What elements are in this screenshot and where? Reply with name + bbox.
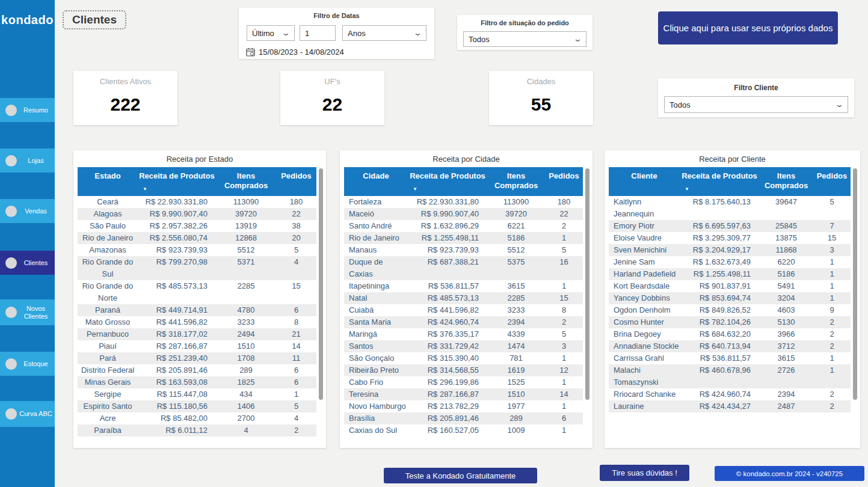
table-scrollbar[interactable]	[585, 168, 589, 400]
table-row[interactable]: NatalR$ 485.573,13228515	[344, 292, 583, 304]
column-header[interactable]: Receita de Produtos▼	[680, 167, 759, 196]
table-row[interactable]: São PauloR$ 2.957.382,261391938	[78, 220, 316, 232]
table-row[interactable]: Carrissa GrahlR$ 536.811,5736151	[609, 352, 851, 364]
table-row[interactable]: Emory PiotrR$ 6.695.597,63258457	[609, 220, 851, 232]
table-row[interactable]: Kaitlynn JeannequinR$ 8.175.640,13396475	[609, 196, 851, 220]
receita-por-cliente-table: ClienteReceita de Produtos▼Itens Comprad…	[609, 167, 851, 412]
copyright-version-button[interactable]: © kondado.com.br 2024 - v240725	[715, 466, 864, 481]
table-row[interactable]: Jenine SamR$ 1.632.673,4962201	[609, 256, 851, 268]
kpi-label: UF's	[280, 77, 384, 86]
column-header[interactable]: Itens Comprados	[759, 167, 813, 196]
table-row[interactable]: PernanbucoR$ 318.177,02249421	[78, 328, 316, 340]
table-row[interactable]: Rio Grande do SulR$ 799.270,9853714	[78, 256, 316, 280]
chevron-down-icon: ⌄	[282, 30, 291, 36]
table-row[interactable]: Malachi TomaszynskiR$ 460.678,9627261	[609, 364, 851, 388]
table-row[interactable]: AmazonasR$ 923.739,9355125	[78, 244, 316, 256]
column-header[interactable]: Cidade	[344, 167, 408, 196]
table-row[interactable]: Ribeirão PretoR$ 314.568,55161912	[344, 364, 583, 376]
column-header[interactable]: Pedidos	[276, 167, 316, 196]
table-row[interactable]: TeresinaR$ 287.166,87151014	[344, 388, 583, 400]
column-header[interactable]: Itens Comprados	[216, 167, 276, 196]
nav-circle-icon	[5, 307, 17, 318]
table-row[interactable]: Rio de JaneiroR$ 1.255.498,1151861	[344, 232, 583, 244]
table-row[interactable]: Rio Grande do NorteR$ 485.573,13228515	[78, 280, 316, 304]
period-unit-select[interactable]: Anos⌄	[342, 25, 426, 41]
table-row[interactable]: AlagoasR$ 9.990.907,403972022	[78, 208, 316, 220]
table-row[interactable]: Distrito FederalR$ 205.891,462896	[78, 364, 316, 376]
chevron-down-icon: ⌄	[835, 102, 844, 108]
table-row[interactable]: FortalezaR$ 22.930.331,80113090180	[344, 196, 583, 208]
table-row[interactable]: PiauíR$ 287.166,87151014	[78, 340, 316, 352]
table-row[interactable]: Brina DegoeyR$ 684.632,2039662	[609, 328, 851, 340]
sidebar-item-lojas[interactable]: Lojas	[0, 149, 55, 173]
table-row[interactable]: São GonçaloR$ 315.390,407811	[344, 352, 583, 364]
table-row[interactable]: Rio de JaneiroR$ 2.556.080,741286820	[78, 232, 316, 244]
order-status-title: Filtro de situação do pedido	[457, 19, 593, 26]
column-header[interactable]: Pedidos	[813, 167, 851, 196]
free-trial-button[interactable]: Teste a Kondado Gratuitamente	[384, 468, 537, 483]
sidebar-item-curva-abc[interactable]: Curva ABC	[0, 401, 55, 427]
questions-button[interactable]: Tire suas dúvidas !	[600, 465, 689, 481]
kpi-value: 55	[489, 94, 593, 115]
table-row[interactable]: ParanáR$ 449.714,9147806	[78, 304, 316, 316]
period-amount-input[interactable]	[300, 25, 336, 41]
table-row[interactable]: CearáR$ 22.930.331,80113090180	[78, 196, 316, 208]
table-row[interactable]: ParáR$ 251.239,40170811	[78, 352, 316, 364]
table-row[interactable]: SantosR$ 331.729,4214743	[344, 340, 583, 352]
sidebar-item-vendas[interactable]: Vendas	[0, 199, 55, 223]
table-row[interactable]: Annadiane StockleR$ 640.713,9437122	[609, 340, 851, 352]
table-row[interactable]: Santa MariaR$ 424.960,7423942	[344, 316, 583, 328]
table-row[interactable]: Eloise VaudreR$ 3.295.309,771387515	[609, 232, 851, 244]
nav-circle-icon	[5, 358, 17, 370]
table-row[interactable]: BrasíliaR$ 205.891,462896	[344, 412, 583, 424]
table-row[interactable]: Ogdon DenholmR$ 849.826,5246039	[609, 304, 851, 316]
table-row[interactable]: Yancey DobbinsR$ 853.694,7432041	[609, 292, 851, 304]
table-row[interactable]: Sven MenichiniR$ 3.204.929,17118683	[609, 244, 851, 256]
table-row[interactable]: Duque de CaxiasR$ 687.388,21537516	[344, 256, 583, 280]
client-filter-select[interactable]: Todos⌄	[664, 96, 848, 113]
table-row[interactable]: Cosmo HunterR$ 782.104,2651302	[609, 316, 851, 328]
sidebar-item-resumo[interactable]: Resumo	[0, 98, 55, 122]
table-scrollbar[interactable]	[319, 168, 323, 400]
table-row[interactable]: Caxias do SulR$ 160.527,0510091	[344, 424, 583, 436]
table-row[interactable]: LauraineR$ 424.434,2724872	[609, 400, 851, 412]
order-status-filter-card: Filtro de situação do pedido Todos⌄	[457, 15, 593, 50]
date-range: 15/08/2023 - 14/08/2024	[246, 47, 344, 57]
table-row[interactable]: CuiabáR$ 441.596,8232338	[344, 304, 583, 316]
table-scrollbar[interactable]	[853, 168, 857, 400]
column-header[interactable]: Pedidos	[545, 167, 583, 196]
table-row[interactable]: Santo AndréR$ 1.632.896,2962212	[344, 220, 583, 232]
table-row[interactable]: Kort BeardsdaleR$ 901.837,9154911	[609, 280, 851, 292]
nav-circle-icon	[5, 408, 17, 420]
table-row[interactable]: Mato GrossoR$ 441.596,8232338	[78, 316, 316, 328]
period-select[interactable]: Último⌄	[247, 25, 295, 41]
table-row[interactable]: Minas GeraisR$ 163.593,0818256	[78, 376, 316, 388]
table-row[interactable]: AcreR$ 85.482,0027004	[78, 412, 316, 424]
order-status-select[interactable]: Todos⌄	[463, 31, 586, 47]
use-own-data-button[interactable]: Clique aqui para usar seus próprios dado…	[658, 11, 838, 44]
kpi-label: Cidades	[489, 77, 593, 86]
column-header[interactable]: Itens Comprados	[487, 167, 545, 196]
column-header[interactable]: Receita de Produtos▼	[408, 167, 487, 196]
table-row[interactable]: ParaíbaR$ 6.011,1242	[78, 424, 316, 436]
table-row[interactable]: Harland PadefieldR$ 1.255.498,1151861	[609, 268, 851, 280]
table-row[interactable]: MaceióR$ 9.990.907,403972022	[344, 208, 583, 220]
page-title: Clientes	[63, 10, 126, 29]
table-row[interactable]: MaringáR$ 376.335,1743395	[344, 328, 583, 340]
sidebar-item-clientes[interactable]: Clientes	[0, 251, 55, 275]
nav-circle-icon	[5, 105, 17, 116]
table-row[interactable]: SergipeR$ 115.447,084341	[78, 388, 316, 400]
column-header[interactable]: Receita de Produtos▼	[138, 167, 216, 196]
table-row[interactable]: Rriocard SchankeR$ 424.960,7423942	[609, 388, 851, 400]
sidebar-item-estoque[interactable]: Estoque	[0, 352, 55, 376]
table-row[interactable]: Novo HamburgoR$ 213.782,2919771	[344, 400, 583, 412]
kpi-label: Clientes Ativos	[73, 77, 177, 86]
table-row[interactable]: ManausR$ 923.739,9355125	[344, 244, 583, 256]
sidebar-item-novos-clientes[interactable]: Novos Clientes	[0, 299, 55, 325]
nav-circle-icon	[5, 206, 17, 217]
column-header[interactable]: Estado	[78, 167, 138, 196]
table-row[interactable]: ItapetiningaR$ 536.811,5736151	[344, 280, 583, 292]
column-header[interactable]: Cliente	[609, 167, 680, 196]
table-row[interactable]: Cabo FrioR$ 296.199,8615251	[344, 376, 583, 388]
table-row[interactable]: Espirito SantoR$ 115.180,5614065	[78, 400, 316, 412]
